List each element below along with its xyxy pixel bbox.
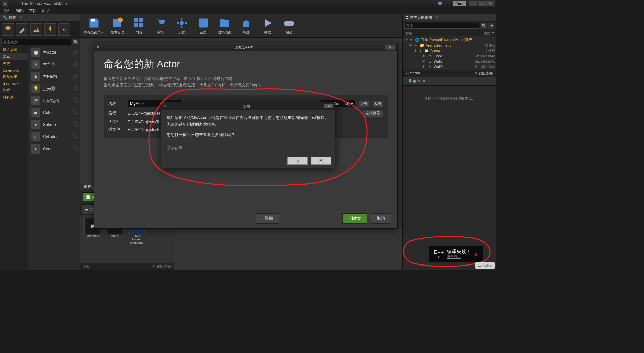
launch-button[interactable]: 启动	[281, 17, 297, 35]
save-button[interactable]: 保存当前关卡	[84, 17, 104, 35]
cat-lights[interactable]: 光照	[0, 60, 28, 67]
actor-light[interactable]: 💡点光源?	[28, 82, 80, 95]
help-icon[interactable]: ?	[73, 86, 78, 91]
view-options-button[interactable]: 👁 视图选项▾	[474, 71, 494, 76]
help-icon[interactable]: ?	[73, 98, 78, 103]
col-label: 标签	[406, 31, 484, 36]
help-icon[interactable]: ?	[73, 50, 78, 55]
more-modes-icon[interactable]: »	[58, 23, 70, 36]
tree-folder[interactable]: 👁▾📁Arena文件夹	[403, 48, 496, 53]
choose-dir-button[interactable]: 选择目录	[363, 109, 383, 117]
actor-playerstart[interactable]: 🏁玩家起始?	[28, 95, 80, 107]
blueprints-button[interactable]: 蓝图	[195, 17, 211, 35]
paint-mode-icon[interactable]	[16, 23, 28, 36]
actor-cylinder[interactable]: ⬭Cylinder?	[28, 131, 80, 143]
eye-icon[interactable]: 👁	[409, 43, 414, 47]
chevron-down-icon[interactable]: ▾	[492, 31, 494, 36]
actor-cone[interactable]: ▲Cone?	[28, 143, 80, 155]
tree-item[interactable]: 👁◇FloorStaticMeshAc	[403, 53, 496, 59]
search-categories-input[interactable]	[1, 39, 71, 45]
actor-empty[interactable]: ⬤空Actor?	[28, 46, 80, 58]
menu-help[interactable]: 帮助	[42, 8, 50, 14]
cat-recent[interactable]: 最近放置	[0, 46, 28, 53]
no-button[interactable]: 不	[311, 157, 331, 165]
back-button[interactable]: ‹返回	[256, 213, 279, 224]
cat-volumes[interactable]: 体积	[0, 86, 28, 94]
source-icon	[111, 17, 123, 29]
eye-icon[interactable]: 👁	[422, 54, 426, 58]
yes-button[interactable]: 是	[287, 157, 308, 165]
close-tab-icon[interactable]: ✕	[435, 15, 438, 20]
cat-basic[interactable]: 基本	[0, 53, 28, 60]
eye-icon[interactable]: 👁	[414, 49, 418, 53]
foliage-mode-icon[interactable]	[44, 23, 56, 36]
details-icon: 🔍	[408, 79, 413, 83]
actor-label: 点光源	[43, 86, 55, 92]
close-tab-icon[interactable]: ✕	[19, 15, 22, 20]
outliner-search-input[interactable]	[404, 23, 479, 29]
search-icon[interactable]: 🔍	[480, 23, 487, 29]
settings-button[interactable]: 设置	[174, 17, 190, 35]
content-icon	[133, 17, 145, 29]
source-control-icon[interactable]	[437, 1, 443, 6]
actor-label: Cube	[43, 110, 53, 115]
help-icon[interactable]: ?	[73, 146, 78, 151]
private-button[interactable]: 私有	[373, 101, 383, 107]
actor-cube[interactable]: ◼Cube?	[28, 107, 80, 119]
copy-info-link[interactable]: 复制信息	[167, 145, 183, 152]
minimize-button[interactable]: —	[469, 1, 477, 6]
cat-all[interactable]: 所有类	[0, 94, 28, 101]
play-button[interactable]: 播放	[260, 17, 276, 35]
help-icon[interactable]: ?	[73, 110, 78, 115]
chevron-down-icon[interactable]: ▾	[415, 43, 418, 48]
cylinder-icon: ⬭	[31, 132, 40, 141]
tree-item[interactable]: 👁◇Wall9StaticMeshAc	[403, 64, 496, 69]
menu-window[interactable]: 窗口	[29, 8, 37, 14]
chevron-down-icon[interactable]: ▾	[410, 38, 414, 42]
menu-edit[interactable]: 编辑	[16, 8, 24, 14]
help-icon[interactable]: ?	[73, 74, 78, 79]
close-button[interactable]: ✕	[486, 1, 494, 6]
place-mode-icon[interactable]	[2, 23, 14, 36]
eye-icon[interactable]: 👁	[422, 59, 426, 63]
chevron-down-icon[interactable]: ▾	[420, 49, 423, 53]
close-button[interactable]: ✕	[385, 45, 395, 50]
help-icon[interactable]: ?	[73, 122, 78, 127]
source-control-button[interactable]: 版本管理	[109, 17, 125, 35]
show-log-link[interactable]: 显示日志	[447, 255, 471, 259]
cancel-button[interactable]: 取消	[371, 213, 391, 224]
search-icon[interactable]: 🔍	[72, 39, 79, 45]
cat-geometry[interactable]: Geometry	[0, 80, 28, 86]
cinematics-button[interactable]: 过场动画	[217, 17, 233, 35]
world-icon: 🌐	[415, 38, 420, 42]
help-icon[interactable]: ?	[73, 62, 78, 67]
tree-folder[interactable]: 👁▾📁ArenaGeometry文件夹	[403, 43, 496, 48]
landscape-mode-icon[interactable]	[30, 23, 42, 36]
marketplace-button[interactable]: 市场	[152, 17, 168, 35]
menu-file[interactable]: 文件	[3, 8, 11, 14]
tree-root[interactable]: 👁▾🌐ThirdPersonExampleMap (世界	[403, 37, 496, 43]
folder-icon: 📁	[420, 43, 424, 48]
tree-item[interactable]: 👁◇Wall7StaticMeshAc	[403, 59, 496, 64]
view-options-button[interactable]: 👁 视图选项▾	[152, 264, 172, 269]
maximize-button[interactable]: ▭	[478, 1, 486, 6]
eye-icon[interactable]: 👁	[404, 38, 409, 42]
close-tab-icon[interactable]: ✕	[422, 79, 425, 83]
cpp-label: C++	[434, 249, 444, 255]
plus-icon[interactable]: +	[488, 23, 495, 29]
actor-char[interactable]: 🧍空角色?	[28, 58, 80, 70]
dialog-desc-1: 输入您的新类的名称。类名称仅能包含字母，数字字符并且不能包含空格。	[104, 76, 388, 82]
build-button[interactable]: 构建	[238, 17, 254, 35]
details-title: 细节	[413, 79, 420, 84]
cat-vfx[interactable]: 视觉效果	[0, 73, 28, 80]
actor-sphere[interactable]: ●Sphere?	[28, 119, 80, 131]
actor-pawn[interactable]: ♟空Pawn?	[28, 70, 80, 82]
public-button[interactable]: 公有	[359, 101, 369, 107]
content-button[interactable]: 内容	[131, 17, 147, 35]
cat-cinematic[interactable]: Cinematic	[0, 67, 28, 73]
help-icon[interactable]: ?	[73, 134, 78, 139]
svg-rect-3	[139, 18, 143, 22]
close-button[interactable]: ✕	[324, 104, 333, 108]
create-class-button[interactable]: 创建类	[342, 213, 367, 224]
eye-icon[interactable]: 👁	[422, 65, 426, 69]
